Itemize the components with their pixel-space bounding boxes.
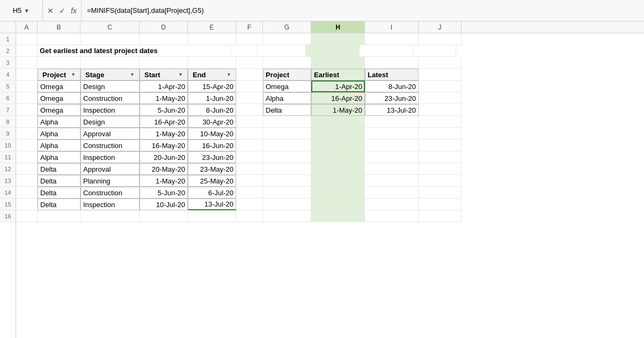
cell-g1[interactable]: [263, 33, 311, 45]
cell-d5[interactable]: 1-Apr-20: [140, 80, 188, 92]
cell-b14[interactable]: Delta: [38, 187, 80, 199]
col-header-i[interactable]: I: [365, 21, 419, 33]
cell-j16[interactable]: [419, 210, 462, 222]
cell-a9[interactable]: [16, 128, 38, 139]
cell-e9[interactable]: 10-May-20: [188, 128, 236, 139]
row-num-14[interactable]: 14: [0, 187, 16, 199]
cell-g11[interactable]: [263, 151, 311, 163]
cell-a7[interactable]: [16, 104, 38, 116]
cell-j3[interactable]: [419, 57, 462, 69]
row-num-4[interactable]: 4: [0, 69, 16, 80]
row-num-9[interactable]: 9: [0, 128, 16, 139]
cell-e7[interactable]: 8-Jun-20: [188, 104, 236, 116]
cell-h2[interactable]: [306, 45, 360, 57]
cell-b2[interactable]: Get earliest and latest project dates: [38, 45, 231, 57]
cell-c16[interactable]: [80, 210, 140, 222]
cell-d11[interactable]: 20-Jun-20: [140, 151, 188, 163]
cell-d12[interactable]: 20-May-20: [140, 163, 188, 175]
cell-c4[interactable]: Stage ▼: [80, 69, 140, 80]
cell-h8[interactable]: [311, 116, 365, 128]
cell-c9[interactable]: Approval: [80, 128, 140, 139]
cell-h10[interactable]: [311, 139, 365, 151]
cell-a15[interactable]: [16, 199, 38, 210]
cell-h14[interactable]: [311, 187, 365, 199]
cell-d13[interactable]: 1-May-20: [140, 175, 188, 187]
row-num-10[interactable]: 10: [0, 139, 16, 151]
formula-input[interactable]: =MINIFS(data[Start],data[Project],G5): [82, 6, 644, 14]
cell-h7[interactable]: 1-May-20: [311, 104, 365, 116]
col-header-c[interactable]: C: [80, 21, 140, 33]
stage-dropdown-icon[interactable]: ▼: [130, 72, 135, 77]
cell-d10[interactable]: 16-May-20: [140, 139, 188, 151]
confirm-icon[interactable]: ✓: [59, 6, 65, 15]
cell-i16[interactable]: [365, 210, 419, 222]
cell-g9[interactable]: [263, 128, 311, 139]
cell-i15[interactable]: [365, 199, 419, 210]
cell-j11[interactable]: [419, 151, 462, 163]
cell-h5[interactable]: 1-Apr-20: [311, 80, 365, 92]
cell-f15[interactable]: [236, 199, 263, 210]
cell-j8[interactable]: [419, 116, 462, 128]
row-num-12[interactable]: 12: [0, 163, 16, 175]
cell-i4[interactable]: Latest: [365, 69, 419, 80]
cell-e10[interactable]: 16-Jun-20: [188, 139, 236, 151]
cell-j15[interactable]: [419, 199, 462, 210]
cell-i10[interactable]: [365, 139, 419, 151]
cell-b3[interactable]: [38, 57, 80, 69]
cell-j13[interactable]: [419, 175, 462, 187]
cell-b9[interactable]: Alpha: [38, 128, 80, 139]
cell-b15[interactable]: Delta: [38, 199, 80, 210]
cell-i1[interactable]: [365, 33, 419, 45]
col-header-h[interactable]: H: [311, 21, 365, 33]
cell-a11[interactable]: [16, 151, 38, 163]
cell-f5[interactable]: [236, 80, 263, 92]
cell-h11[interactable]: [311, 151, 365, 163]
cell-b6[interactable]: Omega: [38, 92, 80, 104]
cell-j5[interactable]: [419, 80, 462, 92]
cell-f10[interactable]: [236, 139, 263, 151]
row-num-11[interactable]: 11: [0, 151, 16, 163]
cell-g2[interactable]: [258, 45, 306, 57]
cell-f9[interactable]: [236, 128, 263, 139]
cell-h12[interactable]: [311, 163, 365, 175]
cell-f7[interactable]: [236, 104, 263, 116]
cell-e8[interactable]: 30-Apr-20: [188, 116, 236, 128]
cell-f12[interactable]: [236, 163, 263, 175]
cell-g12[interactable]: [263, 163, 311, 175]
cell-c3[interactable]: [80, 57, 140, 69]
cell-ref-dropdown-icon[interactable]: ▼: [24, 8, 30, 14]
cell-b16[interactable]: [38, 210, 80, 222]
cell-c13[interactable]: Planning: [80, 175, 140, 187]
cell-j4[interactable]: [419, 69, 462, 80]
cell-h6[interactable]: 16-Apr-20: [311, 92, 365, 104]
cell-j1[interactable]: [419, 33, 462, 45]
cell-e6[interactable]: 1-Jun-20: [188, 92, 236, 104]
cell-d1[interactable]: [140, 33, 188, 45]
cell-b12[interactable]: Delta: [38, 163, 80, 175]
cell-d6[interactable]: 1-May-20: [140, 92, 188, 104]
cell-e4[interactable]: End ▼: [188, 69, 236, 80]
cell-i12[interactable]: [365, 163, 419, 175]
cell-b5[interactable]: Omega: [38, 80, 80, 92]
cell-g8[interactable]: [263, 116, 311, 128]
cell-a3[interactable]: [16, 57, 38, 69]
cell-e16[interactable]: [188, 210, 236, 222]
start-dropdown-icon[interactable]: ▼: [178, 72, 183, 77]
cell-c5[interactable]: Design: [80, 80, 140, 92]
project-dropdown-icon[interactable]: ▼: [71, 72, 76, 77]
cell-e5[interactable]: 15-Apr-20: [188, 80, 236, 92]
col-header-b[interactable]: B: [38, 21, 80, 33]
cell-d15[interactable]: 10-Jul-20: [140, 199, 188, 210]
cell-i2[interactable]: [360, 45, 413, 57]
col-header-j[interactable]: J: [419, 21, 462, 33]
cell-g13[interactable]: [263, 175, 311, 187]
cell-f4[interactable]: [236, 69, 263, 80]
cell-g5[interactable]: Omega: [263, 80, 311, 92]
cell-f6[interactable]: [236, 92, 263, 104]
cell-a4[interactable]: [16, 69, 38, 80]
cell-d9[interactable]: 1-May-20: [140, 128, 188, 139]
cell-b10[interactable]: Alpha: [38, 139, 80, 151]
cell-j2[interactable]: [413, 45, 456, 57]
cell-d8[interactable]: 16-Apr-20: [140, 116, 188, 128]
cell-i9[interactable]: [365, 128, 419, 139]
